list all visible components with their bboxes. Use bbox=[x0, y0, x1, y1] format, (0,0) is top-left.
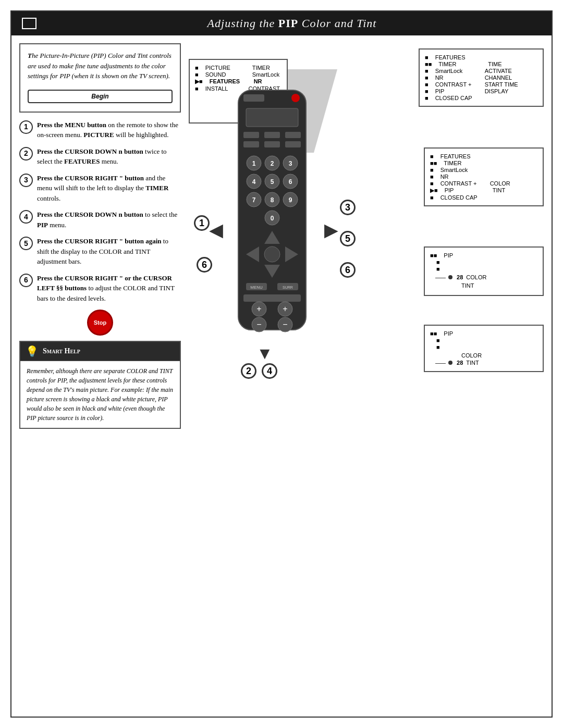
title-prefix: Adjusting the bbox=[207, 17, 278, 30]
step-1: 1 Press the MENU button on the remote to… bbox=[19, 120, 181, 140]
left-arrow-1: ◀ bbox=[210, 220, 223, 240]
smart-help-box: 💡 Smart Help Remember, although there ar… bbox=[19, 341, 181, 429]
stop-badge: Stop bbox=[87, 310, 113, 336]
svg-text:−: − bbox=[256, 320, 261, 329]
down-arrow: ▼ bbox=[256, 344, 273, 363]
title-suffix: Color and Tint bbox=[298, 17, 376, 30]
step-5-number: 5 bbox=[19, 237, 33, 250]
lightbulb-icon: 💡 bbox=[26, 345, 39, 357]
page-title: Adjusting the PIP Color and Tint bbox=[43, 17, 541, 30]
svg-text:4: 4 bbox=[252, 178, 256, 186]
svg-rect-8 bbox=[243, 141, 259, 147]
main-content: The Picture-In-Picture (PIP) Color and T… bbox=[11, 35, 552, 437]
svg-rect-5 bbox=[243, 132, 259, 138]
menu-row: ■ SOUND SmartLock bbox=[195, 71, 282, 78]
page-header: Adjusting the PIP Color and Tint bbox=[11, 11, 552, 35]
right-arrow-top: ▶ bbox=[324, 220, 337, 240]
svg-rect-7 bbox=[285, 132, 301, 138]
svg-point-3 bbox=[291, 94, 300, 102]
svg-text:−: − bbox=[283, 320, 287, 329]
svg-rect-6 bbox=[264, 132, 280, 138]
step-1-text: Press the MENU button on the remote to s… bbox=[37, 120, 181, 140]
smart-help-body: Remember, although there are separate CO… bbox=[20, 361, 180, 428]
svg-text:+: + bbox=[256, 304, 261, 313]
remote-control: ◀ 1 ▶ 3 5 6 ▼ 2 4 bbox=[230, 85, 314, 337]
step-4-text: Press the CURSOR DOWN n button to select… bbox=[37, 209, 181, 230]
smart-help-text: Remember, although there are separate CO… bbox=[27, 367, 173, 422]
tv-icon bbox=[22, 18, 36, 29]
menu-box-5: ■■ PIP ■ ■ COLOR —— 28 TINT bbox=[424, 325, 544, 372]
svg-text:8: 8 bbox=[271, 196, 274, 204]
remote-svg: 1 2 3 4 5 6 bbox=[230, 85, 314, 335]
menu-row: ■ CONTRAST + START TIME bbox=[425, 81, 537, 88]
circle-1: 1 bbox=[194, 215, 210, 231]
svg-text:5: 5 bbox=[271, 178, 274, 186]
tint-slider-row: —— 28 TINT bbox=[430, 360, 537, 366]
circle-4: 4 bbox=[262, 363, 277, 379]
circle-6-l: 6 bbox=[197, 257, 212, 273]
svg-text:1: 1 bbox=[252, 160, 256, 167]
svg-text:0: 0 bbox=[271, 215, 274, 222]
step-6: 6 Press the CURSOR RIGHT " or the CURSOR… bbox=[19, 273, 181, 304]
menu-box-3: ■ FEATURES ■■ TIMER ■ SmartLock ■ NR ■ bbox=[424, 147, 544, 206]
stop-label: Stop bbox=[94, 319, 106, 326]
menu-row: ■ bbox=[430, 266, 537, 272]
svg-text:+: + bbox=[283, 304, 287, 313]
menu-row: ■ SmartLock ACTIVATE bbox=[425, 68, 537, 74]
menu-box-4: ■■ PIP ■ ■ —— 28 COLO bbox=[424, 246, 544, 296]
step-4: 4 Press the CURSOR DOWN n button to sele… bbox=[19, 209, 181, 230]
menu-row: ■ bbox=[430, 259, 537, 265]
svg-text:6: 6 bbox=[289, 178, 292, 186]
menu-row: ■ NR CHANNEL bbox=[425, 75, 537, 81]
step-5: 5 Press the CURSOR RIGHT " button again … bbox=[19, 236, 181, 267]
svg-rect-40 bbox=[243, 294, 301, 302]
svg-text:3: 3 bbox=[289, 160, 292, 167]
svg-text:2: 2 bbox=[271, 160, 274, 167]
title-bold: PIP bbox=[278, 17, 298, 30]
svg-text:MENU: MENU bbox=[250, 285, 263, 290]
color-label-2: COLOR bbox=[461, 352, 537, 359]
step-1-number: 1 bbox=[19, 120, 33, 134]
menu-box-2: ■ FEATURES ■■ TIMER TIME ■ SmartLock ACT… bbox=[419, 48, 544, 107]
svg-rect-9 bbox=[264, 141, 280, 147]
menu-row: ■ CONTRAST + COLOR bbox=[430, 180, 537, 187]
menu-row: ■ FEATURES bbox=[425, 54, 537, 60]
menu-row: ■ FEATURES bbox=[430, 153, 537, 159]
smart-help-title: 💡 Smart Help bbox=[20, 342, 180, 361]
menu-row: ▶■ FEATURES NR bbox=[195, 78, 282, 85]
circle-3: 3 bbox=[340, 200, 356, 215]
menu-row: ■ SmartLock bbox=[430, 167, 537, 173]
circle-5: 5 bbox=[340, 231, 356, 246]
step-5-text: Press the CURSOR RIGHT " button again to… bbox=[37, 236, 181, 267]
svg-rect-2 bbox=[243, 94, 264, 102]
menu-row: ▶■ PIP TINT bbox=[430, 187, 537, 194]
svg-rect-4 bbox=[246, 108, 298, 127]
svg-text:7: 7 bbox=[252, 196, 256, 204]
left-panel: The Picture-In-Picture (PIP) Color and T… bbox=[19, 43, 181, 429]
color-slider-row: —— 28 COLOR bbox=[430, 274, 537, 280]
step-3-text: Press the CURSOR RIGHT " button and the … bbox=[37, 173, 181, 204]
circle-2: 2 bbox=[241, 363, 256, 379]
menu-row: ■ NR bbox=[430, 174, 537, 180]
intro-box: The Picture-In-Picture (PIP) Color and T… bbox=[19, 43, 181, 113]
menu-row: ■■ TIMER bbox=[430, 160, 537, 166]
intro-text: The Picture-In-Picture (PIP) Color and T… bbox=[28, 51, 173, 81]
menu-row: ■ CLOSED CAP bbox=[425, 95, 537, 101]
menu-row: ■■ PIP bbox=[430, 252, 537, 258]
begin-badge: Begin bbox=[28, 90, 173, 103]
menu-row: ■ PICTURE TIMER bbox=[195, 65, 282, 71]
menu-row: ■ bbox=[430, 344, 537, 350]
menu-row: ■ PIP DISPLAY bbox=[425, 88, 537, 94]
step-2: 2 Press the CURSOR DOWN n button twice t… bbox=[19, 146, 181, 167]
svg-text:9: 9 bbox=[289, 196, 292, 204]
page-container: Adjusting the PIP Color and Tint The Pic… bbox=[10, 10, 553, 718]
tint-label: TINT bbox=[461, 282, 537, 289]
step-2-text: Press the CURSOR DOWN n button twice to … bbox=[37, 146, 181, 167]
menu-row: ■■ TIMER TIME bbox=[425, 61, 537, 67]
circle-6-r: 6 bbox=[340, 262, 356, 278]
step-3-number: 3 bbox=[19, 174, 33, 187]
step-6-text: Press the CURSOR RIGHT " or the CURSOR L… bbox=[37, 273, 181, 304]
svg-rect-10 bbox=[285, 141, 301, 147]
smart-help-label: Smart Help bbox=[43, 347, 80, 355]
menu-row: ■ bbox=[430, 337, 537, 343]
